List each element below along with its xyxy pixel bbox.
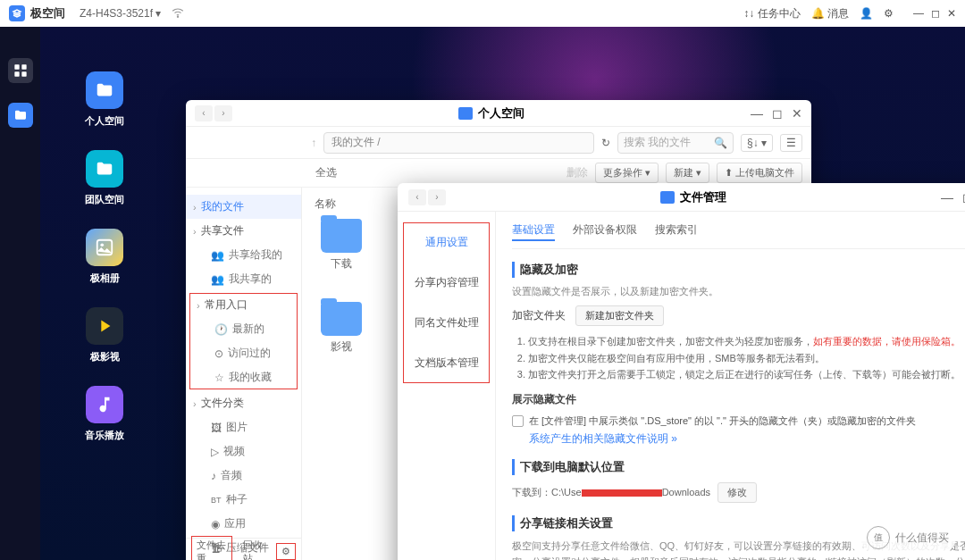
user-icon[interactable]: 👤 (860, 7, 873, 20)
sidebar-i-shared[interactable]: 👥 我共享的 (186, 267, 301, 291)
desktop-item-team[interactable]: 团队空间 (85, 150, 124, 206)
desktop-item-video[interactable]: 极影视 (85, 307, 124, 364)
settings-content: 基础设置 外部设备权限 搜索索引 隐藏及加密 设置隐藏文件是否展示，以及新建加密… (496, 212, 965, 560)
folder-icon (660, 191, 675, 204)
nav-back-button[interactable]: ‹ (195, 105, 213, 121)
select-all[interactable]: 全选 (315, 165, 337, 180)
search-input[interactable]: 搜索 我的文件🔍 (617, 132, 734, 154)
desktop-icons: 个人空间 团队空间 极相册 极影视 音乐播放 (85, 71, 124, 442)
close-icon[interactable]: ✕ (947, 7, 956, 20)
desktop-item-music[interactable]: 音乐播放 (85, 386, 124, 442)
logo-icon (9, 5, 25, 21)
folder-item[interactable]: 影视 (315, 302, 368, 355)
file-manage-window: ‹ › 文件管理 — ◻ ✕ 通用设置 分享内容管理 同名文件处理 文档版本管理 (398, 183, 965, 560)
sidebar-general[interactable]: 通用设置 (403, 222, 490, 263)
sec1-desc: 设置隐藏文件是否展示，以及新建加密文件夹。 (512, 285, 965, 298)
up-icon[interactable]: ↑ (311, 137, 316, 149)
sidebar-share-content[interactable]: 分享内容管理 (403, 263, 490, 303)
task-center-button[interactable]: ↕↓ 任务中心 (743, 6, 800, 21)
svg-point-6 (100, 243, 104, 247)
settings-sidebar: 通用设置 分享内容管理 同名文件处理 文档版本管理 (398, 212, 496, 560)
sidebar-common-entry[interactable]: 常用入口 (189, 293, 298, 317)
win1-title: 个人空间 (458, 105, 524, 121)
minimize-icon[interactable]: — (941, 190, 953, 205)
hidden-files-link[interactable]: 系统产生的相关隐藏文件说明 » (529, 432, 677, 445)
nav-arrows: ‹ › (408, 189, 446, 205)
desktop-item-personal[interactable]: 个人空间 (85, 71, 124, 128)
sidebar-bottom: 文件去重 回收站 ⚙ (186, 538, 301, 560)
topbar-right: ↕↓ 任务中心 🔔 消息 👤 ⚙ — ◻ ✕ (743, 6, 956, 21)
win2-titlebar: ‹ › 文件管理 — ◻ ✕ (398, 183, 965, 212)
maximize-icon[interactable]: ◻ (772, 106, 783, 121)
search-icon: 🔍 (714, 137, 727, 149)
sidebar-cat-bt[interactable]: BT 种子 (186, 488, 301, 512)
sidebar-cat-app[interactable]: ◉ 应用 (186, 512, 301, 536)
tabs: 基础设置 外部设备权限 搜索索引 (512, 222, 965, 249)
desktop: 个人空间 团队空间 极相册 极影视 音乐播放 ‹ › 个人空间 — ◻ ✕ ↑ … (40, 27, 965, 560)
tab-external[interactable]: 外部设备权限 (573, 222, 637, 241)
change-path-button[interactable]: 修改 (717, 482, 757, 503)
tab-basic[interactable]: 基础设置 (512, 222, 555, 241)
sidebar-duplicate[interactable]: 同名文件处理 (403, 303, 490, 343)
minimize-icon[interactable]: — (751, 106, 763, 121)
dock-apps-icon[interactable] (8, 58, 33, 83)
maximize-icon[interactable]: ◻ (931, 7, 940, 20)
sidebar-recent[interactable]: 🕐 最新的 (189, 317, 298, 341)
download-path-row: 下载到：C:\UseDownloads 修改 (512, 482, 965, 503)
logo-area: 极空间 Z4-H4S3-3521f ▾ (9, 5, 184, 21)
desktop-item-album[interactable]: 极相册 (85, 229, 124, 285)
gear-icon[interactable]: ⚙ (884, 7, 894, 20)
win1-titlebar: ‹ › 个人空间 — ◻ ✕ (186, 100, 811, 127)
refresh-icon[interactable]: ↻ (601, 137, 610, 149)
show-hidden-row: 在 [文件管理] 中展示类似 ".DS_store" 的以 "." 开头的隐藏文… (512, 414, 965, 428)
show-hidden-checkbox[interactable] (512, 415, 524, 427)
messages-button[interactable]: 🔔 消息 (811, 6, 849, 21)
dock (0, 27, 40, 560)
encrypt-label: 加密文件夹 (512, 309, 566, 322)
close-icon[interactable]: ✕ (792, 106, 802, 121)
sidebar-visited[interactable]: ⊙ 访问过的 (189, 341, 298, 365)
sidebar-shared-files[interactable]: 共享文件 (186, 219, 301, 243)
win1-toolbar: ↑ 我的文件 / ↻ 搜索 我的文件🔍 §↓ ▾ ☰ (186, 127, 811, 159)
watermark-badge: 值 (867, 526, 890, 549)
device-name[interactable]: Z4-H4S3-3521f ▾ (80, 7, 161, 20)
sidebar-favorites[interactable]: ☆ 我的收藏 (189, 365, 298, 389)
path-input[interactable]: 我的文件 / (323, 132, 594, 154)
wifi-icon (172, 6, 184, 21)
view-button[interactable]: ☰ (780, 134, 802, 152)
gear-icon[interactable]: ⚙ (276, 543, 296, 560)
sec2-title: 下载到电脑默认位置 (512, 459, 965, 475)
win2-controls: — ◻ ✕ (941, 190, 965, 205)
upload-button[interactable]: ⬆ 上传电脑文件 (717, 163, 802, 183)
sidebar-cat-video[interactable]: ▷ 视频 (186, 439, 301, 464)
sort-button[interactable]: §↓ ▾ (741, 134, 773, 152)
sidebar-cat-img[interactable]: 🖼 图片 (186, 415, 301, 439)
sidebar-file-category[interactable]: 文件分类 (186, 391, 301, 415)
sidebar-cat-audio[interactable]: ♪ 音频 (186, 464, 301, 488)
dock-folder-icon[interactable] (8, 103, 33, 128)
more-ops-button[interactable]: 更多操作 ▾ (595, 163, 659, 183)
folder-icon (321, 302, 362, 336)
file-sidebar: 我的文件 共享文件 👥 共享给我的 👥 我共享的 常用入口 🕐 最新的 ⊙ 访问… (186, 188, 302, 560)
sidebar-shared-to-me[interactable]: 👥 共享给我的 (186, 243, 301, 267)
new-encrypt-button[interactable]: 新建加密文件夹 (575, 305, 664, 326)
sidebar-version[interactable]: 文档版本管理 (403, 343, 490, 383)
folder-item[interactable]: 下载 (315, 219, 368, 272)
sidebar-my-files[interactable]: 我的文件 (186, 195, 301, 219)
nav-forward-button[interactable]: › (428, 189, 446, 205)
show-hidden-title: 展示隐藏文件 (512, 392, 965, 407)
nav-forward-button[interactable]: › (214, 105, 232, 121)
new-button[interactable]: 新建 ▾ (666, 163, 709, 183)
encrypt-notes: 仅支持在根目录下创建加密文件夹，加密文件夹为轻度加密服务，如有重要的数据，请使用… (528, 333, 965, 383)
tab-search[interactable]: 搜索索引 (655, 222, 698, 241)
folder-icon (458, 107, 473, 120)
nav-back-button[interactable]: ‹ (408, 189, 426, 205)
svg-rect-2 (21, 64, 26, 69)
folder-icon (321, 219, 362, 253)
trash-button[interactable]: 回收站 (238, 536, 271, 561)
window-controls: — ◻ ✕ (913, 7, 956, 20)
win2-title: 文件管理 (660, 189, 726, 205)
minimize-icon[interactable]: — (913, 7, 924, 20)
dedup-button[interactable]: 文件去重 (191, 536, 232, 561)
brand-name: 极空间 (30, 5, 65, 21)
